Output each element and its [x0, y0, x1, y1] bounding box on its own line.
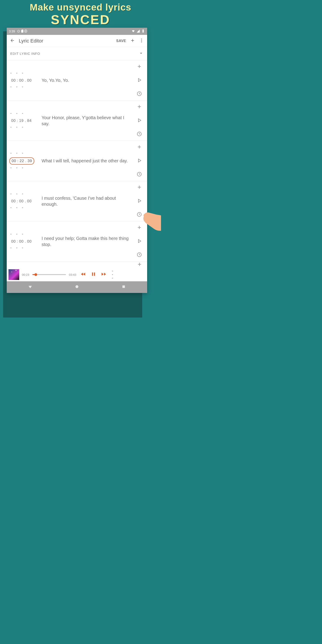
edit-lyric-info-row[interactable]: EDIT LYRIC INFO: [7, 47, 147, 60]
chevron-down-icon: [139, 51, 144, 56]
player-rewind-button[interactable]: [80, 271, 86, 278]
ts-cc-up[interactable]: [21, 112, 24, 116]
row-add-button[interactable]: [137, 64, 142, 70]
player-current-time: 00:23: [22, 273, 29, 276]
ts-mm-up[interactable]: [10, 192, 12, 196]
ts-ss-down[interactable]: [15, 206, 18, 210]
ts-ss-up[interactable]: [15, 72, 18, 76]
row-play-button[interactable]: [137, 158, 142, 164]
ts-cc-down[interactable]: [21, 86, 24, 90]
row-capture-time-button[interactable]: [137, 212, 142, 218]
ts-ss-down[interactable]: [15, 166, 18, 170]
row-add-button[interactable]: [137, 184, 142, 191]
svg-point-1: [141, 38, 142, 39]
row-add-button[interactable]: [137, 225, 142, 231]
player-scroll-lock[interactable]: [110, 270, 115, 280]
ts-cc-down[interactable]: [21, 206, 24, 210]
ts-ss-down[interactable]: [15, 126, 18, 130]
lyric-row: 00 : 00 . 00 I must confess, 'Cause I've…: [7, 181, 147, 222]
row-add-button[interactable]: [137, 144, 142, 150]
ts-cc-down[interactable]: [21, 126, 24, 130]
mini-player: 00:23 03:43: [7, 268, 147, 281]
no-sync-icon: [24, 29, 28, 34]
svg-point-2: [141, 40, 142, 41]
battery-icon: [141, 29, 145, 34]
ts-cc-up[interactable]: [21, 192, 24, 196]
row-add-button[interactable]: [137, 104, 142, 110]
svg-point-10: [76, 285, 78, 288]
back-button[interactable]: [10, 38, 15, 44]
lyric-row: 00 : 22 . 39 What I will tell, happened …: [7, 141, 147, 181]
ts-ss-up[interactable]: [15, 112, 18, 116]
row-capture-time-button[interactable]: [137, 131, 142, 138]
status-time: 3:39: [9, 30, 15, 33]
row-capture-time-button[interactable]: [137, 172, 142, 178]
lyric-text[interactable]: I need your help; Gotta make this here t…: [40, 236, 134, 248]
ts-ss-down[interactable]: [15, 246, 18, 250]
row-play-button[interactable]: [137, 198, 142, 204]
player-pause-button[interactable]: [90, 271, 96, 278]
player-total-time: 03:43: [69, 273, 76, 276]
row-capture-time-button[interactable]: [137, 91, 142, 97]
player-seekbar[interactable]: [32, 274, 66, 275]
row-add-button[interactable]: [137, 262, 142, 268]
android-nav-bar: [7, 281, 147, 293]
nav-home-button[interactable]: [74, 284, 80, 290]
android-status-bar: 3:39: [7, 28, 147, 35]
svg-rect-11: [122, 286, 125, 288]
row-capture-time-button[interactable]: [137, 252, 142, 258]
lyric-text[interactable]: I must confess, 'Cause I've had about en…: [40, 195, 134, 207]
ts-mm-down[interactable]: [10, 246, 12, 250]
lyric-row: 00 : 00 . 00 Yo, Yo.Yo, Yo.: [7, 60, 147, 100]
app-bar: Lyric Editor SAVE: [7, 35, 147, 47]
save-button[interactable]: SAVE: [116, 39, 126, 43]
timestamp-value[interactable]: 00 : 19 . 84: [10, 118, 33, 124]
ts-mm-down[interactable]: [10, 126, 12, 130]
ts-cc-down[interactable]: [21, 166, 24, 170]
ts-cc-up[interactable]: [21, 152, 24, 156]
ts-ss-up[interactable]: [15, 192, 18, 196]
album-art[interactable]: [8, 269, 19, 280]
ts-mm-down[interactable]: [10, 206, 12, 210]
player-forward-button[interactable]: [101, 271, 107, 278]
lyric-text[interactable]: Your Honor, please, Y'gotta believe what…: [40, 115, 134, 127]
nav-back-button[interactable]: [28, 284, 33, 290]
row-play-button[interactable]: [137, 238, 142, 245]
ts-ss-up[interactable]: [15, 232, 18, 236]
overflow-button[interactable]: [139, 38, 144, 44]
timestamp-value[interactable]: 00 : 00 . 00: [10, 77, 33, 84]
lyric-text[interactable]: What I will tell, happened just the othe…: [40, 158, 134, 164]
ts-ss-up[interactable]: [15, 152, 18, 156]
timestamp-value[interactable]: 00 : 22 . 39: [10, 158, 34, 164]
lyric-row: 00 : 19 . 84 Your Honor, please, Y'gotta…: [7, 100, 147, 141]
ts-mm-up[interactable]: [10, 112, 12, 116]
promo-line1: Make unsynced lyrics: [0, 2, 161, 12]
timestamp-value[interactable]: 00 : 00 . 00: [10, 198, 33, 204]
ts-mm-down[interactable]: [10, 166, 12, 170]
row-play-button[interactable]: [137, 118, 142, 124]
svg-point-3: [141, 41, 142, 42]
timestamp-value[interactable]: 00 : 00 . 00: [10, 238, 33, 245]
row-play-button[interactable]: [137, 77, 142, 84]
ts-cc-up[interactable]: [21, 72, 24, 76]
ts-mm-down[interactable]: [10, 86, 12, 90]
ts-cc-down[interactable]: [21, 246, 24, 250]
ts-mm-up[interactable]: [10, 232, 12, 236]
ts-mm-up[interactable]: [10, 72, 12, 76]
lyric-list: 00 : 00 . 00 Yo, Yo.Yo, Yo.: [7, 60, 147, 268]
lyric-text[interactable]: Yo, Yo.Yo, Yo.: [40, 77, 134, 84]
svg-point-9: [112, 274, 113, 275]
promo-line2: SYNCED: [0, 12, 161, 27]
edit-lyric-info-label: EDIT LYRIC INFO: [10, 52, 40, 56]
phone-frame: 3:39 Lyric Editor SAVE EDIT LYRIC INFO: [7, 28, 147, 293]
ts-mm-up[interactable]: [10, 152, 12, 156]
sd-icon: [20, 29, 24, 34]
power-icon: [17, 29, 20, 34]
add-button[interactable]: [130, 38, 135, 44]
nav-recent-button[interactable]: [121, 284, 126, 290]
lyric-row-peek: [7, 262, 147, 268]
app-title: Lyric Editor: [19, 38, 43, 44]
ts-ss-down[interactable]: [15, 86, 18, 90]
ts-cc-up[interactable]: [21, 232, 24, 236]
signal-icon: [136, 29, 140, 34]
